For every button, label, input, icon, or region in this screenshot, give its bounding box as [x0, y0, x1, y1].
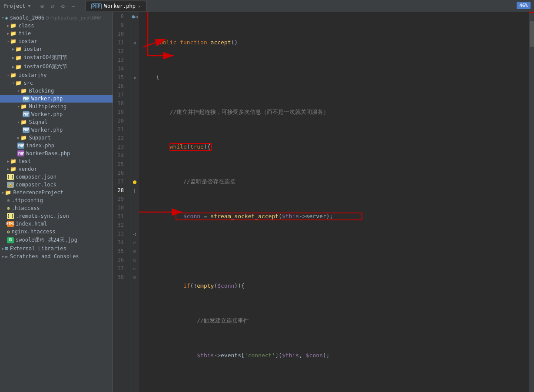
- item-label: test: [18, 158, 31, 164]
- active-tab[interactable]: PHP Worker.php ✕: [86, 1, 146, 11]
- scrollbar-track[interactable]: [529, 12, 534, 392]
- code-line-12: //监听是否存在连接: [143, 177, 529, 186]
- gutter-38: ⊟: [130, 273, 139, 282]
- sidebar-item-swoole-jpg[interactable]: 🖼 swoole课程 共24天.jpg: [0, 236, 113, 245]
- settings-icon[interactable]: ⚙: [60, 3, 66, 10]
- line-34: 34: [113, 238, 126, 247]
- sidebar-item-composer-json[interactable]: { } composer.json: [0, 173, 113, 181]
- ext-icon: ⊞: [5, 246, 8, 252]
- folder-icon: 📁: [20, 135, 27, 141]
- code-content[interactable]: public function accept() { //建立并挂起连接，可接受…: [139, 12, 529, 392]
- arrow-right: ▶: [12, 56, 14, 60]
- gutter-35: ⊟: [130, 247, 139, 256]
- scratches-icon: ✏: [5, 253, 8, 259]
- arrow-right: ▶: [17, 136, 20, 140]
- sidebar-item-multiplexing[interactable]: ▾ 📁 Multiplexing: [0, 103, 113, 110]
- code-editor[interactable]: 8 9 10 11 12 13 14 15 16 17 18 19 20 21 …: [113, 12, 534, 392]
- item-label: file: [18, 30, 31, 37]
- php-icon: PHP: [23, 111, 30, 117]
- sidebar-item-reference[interactable]: ▶ 📁 ReferenceProject: [0, 189, 113, 196]
- fold-icon: ⊟: [133, 266, 136, 271]
- item-label: iostar: [18, 38, 37, 44]
- sidebar-item-nginx[interactable]: ⚙ nginx.htaccess: [0, 228, 113, 236]
- line-35: 35: [113, 247, 126, 256]
- line-37: 37: [113, 264, 126, 273]
- fold-icon: ⊟: [133, 275, 136, 280]
- folder-icon: 📁: [20, 88, 27, 94]
- gutter-32: [130, 221, 139, 229]
- sidebar-item-test[interactable]: ▶ 📁 test: [0, 157, 113, 165]
- arrow-right: ▶: [7, 167, 9, 171]
- line-22: 22: [113, 134, 126, 143]
- sidebar-item-worker-blocking[interactable]: PHP Worker.php: [0, 95, 113, 103]
- sidebar-item-scratches[interactable]: ▶ ✏ Scratches and Consoles: [0, 252, 113, 260]
- sidebar-item-worker-signal[interactable]: PHP Worker.php: [0, 126, 113, 134]
- sidebar-item-signal[interactable]: ▾ 📁 Signal: [0, 118, 113, 126]
- folder-icon: 📁: [20, 103, 27, 110]
- gutter-28: |: [130, 186, 139, 195]
- sync-icon[interactable]: ⇄: [49, 3, 56, 10]
- sidebar-item-iostar[interactable]: ▾ 📁 iostar: [0, 37, 113, 45]
- arrow-right: ▶: [2, 254, 4, 259]
- fold-icon: ⊟: [133, 258, 136, 262]
- arrow-down: ▾: [7, 73, 9, 77]
- code-line-15: if(!empty($conn)){: [143, 282, 529, 290]
- file-icon: ⚙: [7, 198, 10, 203]
- sidebar-item-class[interactable]: ▶ 📁 class: [0, 22, 113, 30]
- line-25: 25: [113, 160, 126, 169]
- gutter-19: [130, 108, 139, 116]
- line-27: 27: [113, 177, 126, 186]
- folder-icon: 📁: [5, 189, 11, 196]
- sidebar-item-file[interactable]: ▶ 📁 file: [0, 30, 113, 37]
- gutter-8: ● ◁: [130, 12, 139, 21]
- item-label: Signal: [29, 119, 47, 125]
- folder-icon: 📁: [10, 38, 17, 44]
- sidebar-item-worker-multi[interactable]: PHP Worker.php: [0, 110, 113, 118]
- sidebar-item-iostar006[interactable]: ▶ 📁 iostar006第六节: [0, 62, 113, 71]
- arrow-right: ▶: [7, 31, 9, 36]
- code-line-8: public function accept(): [143, 38, 529, 47]
- gutter-33: ◁: [130, 229, 139, 238]
- sidebar-item-htaccess[interactable]: ⚙ .htaccess: [0, 204, 113, 212]
- add-icon[interactable]: ⊕: [39, 3, 46, 10]
- gutter-34: ⊟: [130, 238, 139, 247]
- code-line-10: //建立并挂起连接，可接受多次信息（而不是一次就关闭服务）: [143, 108, 529, 116]
- sidebar-item-remote-sync[interactable]: { } .remote-sync.json: [0, 212, 113, 220]
- item-label: External Libraries: [10, 246, 66, 252]
- sidebar-item-workerbase[interactable]: PHP WorkerBase.php: [0, 149, 113, 157]
- item-label: Blocking: [29, 88, 54, 94]
- item-label: .htaccess: [12, 205, 40, 211]
- sidebar-item-iostar004[interactable]: ▶ 📁 iostar004第四节: [0, 53, 113, 62]
- gutter-31: [130, 212, 139, 221]
- gutter-37: ⊟: [130, 264, 139, 273]
- sidebar-item-composer-lock[interactable]: 🔒 composer.lock: [0, 181, 113, 189]
- cursor-line-icon: |: [133, 188, 136, 193]
- line-36: 36: [113, 256, 126, 264]
- sidebar-item-index-php[interactable]: PHP index.php: [0, 142, 113, 149]
- project-icon: ◈: [5, 15, 8, 21]
- folder-icon: 📁: [10, 166, 17, 172]
- minimize-icon[interactable]: −: [70, 3, 77, 10]
- php-icon: PHP: [23, 96, 30, 102]
- sidebar-item-ftpconfig[interactable]: ⚙ .ftpconfig: [0, 196, 113, 204]
- sidebar-item-blocking[interactable]: ▾ 📁 Blocking: [0, 87, 113, 95]
- sidebar-item-external-libs[interactable]: ▶ ⊞ External Libraries: [0, 245, 113, 252]
- gutter-29: [130, 195, 139, 203]
- arrow-right: ▶: [2, 246, 4, 251]
- line-23: 23: [113, 143, 126, 151]
- sidebar-item-iostar-sub[interactable]: ▶ 📁 iostar: [0, 45, 113, 53]
- title-bar: Project ▼ ⊕ ⇄ ⚙ − PHP Worker.php ✕ 46%: [0, 0, 534, 12]
- sidebar-item-project-root[interactable]: ▾ ◈ swoole_2006 D:\phpstudy_pro\WWW: [0, 14, 113, 22]
- line-11: 11: [113, 38, 126, 47]
- project-label[interactable]: Project: [3, 3, 26, 9]
- sidebar-item-support[interactable]: ▶ 📁 Support: [0, 134, 113, 142]
- code-line-17: $this->events['connect']($this, $conn);: [143, 351, 529, 360]
- sidebar-item-iostarjhy[interactable]: ▾ 📁 iostarjhy: [0, 71, 113, 79]
- dropdown-arrow[interactable]: ▼: [28, 3, 31, 8]
- sidebar-item-index-html[interactable]: HTML index.html: [0, 220, 113, 228]
- file-icon: ⚙: [7, 206, 10, 211]
- tab-close-icon[interactable]: ✕: [138, 4, 141, 9]
- bookmark-icon: ◁: [133, 75, 136, 80]
- sidebar-item-vendor[interactable]: ▶ 📁 vendor: [0, 165, 113, 173]
- sidebar-item-src[interactable]: ▾ 📁 src: [0, 79, 113, 87]
